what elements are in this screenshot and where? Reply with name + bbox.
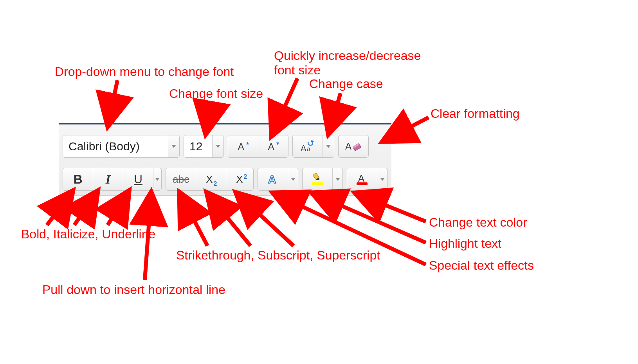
grow-font-icon: A (236, 139, 250, 153)
arrow-to-italic (74, 192, 97, 225)
font-name-dropdown[interactable] (168, 135, 179, 157)
annotation-text-color: Change text color (429, 215, 527, 230)
font-color-group: A (347, 168, 387, 191)
font-size-dropdown[interactable] (212, 135, 223, 157)
svg-text:A: A (238, 141, 245, 153)
bold-icon: B (73, 172, 82, 187)
clear-formatting-icon: A (344, 139, 363, 153)
font-color-icon: A (355, 172, 369, 186)
chevron-down-icon (326, 145, 331, 148)
svg-rect-15 (357, 182, 368, 185)
annotation-strike-sub-super: Strikethrough, Subscript, Superscript (176, 248, 380, 263)
font-toolbar: Calibri (Body) 12 A (59, 123, 391, 196)
chevron-down-icon (380, 178, 385, 181)
arrow-to-superscript (237, 193, 294, 246)
highlight-icon (310, 172, 324, 186)
superscript-icon: X2 (236, 173, 246, 186)
underline-dropdown[interactable] (153, 168, 161, 190)
svg-text:A: A (358, 173, 364, 184)
annotation-text-effects: Special text effects (429, 258, 534, 273)
svg-marker-4 (311, 140, 314, 142)
highlight-dropdown[interactable] (332, 168, 342, 190)
chevron-down-icon (171, 145, 176, 148)
superscript-n: 2 (243, 173, 247, 180)
italic-button[interactable]: I (93, 168, 123, 190)
chevron-down-icon (291, 178, 296, 181)
bold-button[interactable]: B (63, 168, 93, 190)
toolbar-row-2: B I U abc X2 (63, 168, 387, 190)
subscript-n: 2 (213, 180, 217, 187)
annotation-highlight: Highlight text (429, 236, 501, 251)
subscript-icon: X2 (206, 173, 216, 186)
svg-text:A: A (345, 141, 351, 151)
italic-icon: I (106, 172, 110, 187)
svg-text:A: A (268, 141, 275, 153)
strike-sub-super-group: abc X2 X2 (166, 168, 254, 191)
text-effects-button[interactable]: A (258, 168, 288, 190)
arrow-to-font-color (356, 193, 426, 222)
toolbar-row-1: Calibri (Body) 12 A (63, 135, 387, 157)
arrow-to-bold (47, 192, 72, 225)
subscript-button[interactable]: X2 (196, 168, 226, 190)
change-case-button[interactable]: A a (293, 135, 323, 157)
highlight-button[interactable] (303, 168, 332, 190)
annotation-font-dropdown: Drop-down menu to change font (55, 65, 234, 79)
svg-marker-1 (246, 142, 249, 144)
font-size-value: 12 (184, 135, 212, 157)
diagram-stage: Drop-down menu to change font Change fon… (0, 0, 638, 364)
chevron-down-icon (155, 178, 160, 181)
svg-text:A: A (301, 143, 306, 153)
superscript-x: X (236, 173, 243, 185)
underline-button[interactable]: U (123, 168, 153, 190)
arrow-to-strikethrough (180, 193, 207, 246)
annotation-bold-italic-underline: Bold, Italicize, Underline (21, 227, 155, 241)
text-effects-icon: A (266, 172, 280, 186)
highlight-group (302, 168, 343, 191)
chevron-down-icon (216, 145, 220, 148)
annotation-change-case: Change case (309, 77, 383, 91)
arrow-to-highlight (313, 193, 426, 243)
underline-icon: U (134, 173, 142, 186)
superscript-button[interactable]: X2 (226, 168, 254, 190)
change-case-group: A a (292, 135, 334, 158)
text-effects-dropdown[interactable] (288, 168, 298, 190)
arrow-to-subscript (207, 193, 251, 246)
svg-text:a: a (307, 146, 310, 152)
arrow-to-underline (108, 192, 128, 225)
strikethrough-button[interactable]: abc (166, 168, 196, 190)
annotation-horizontal-line: Pull down to insert horizontal line (42, 283, 225, 297)
change-case-icon: A a (299, 139, 316, 153)
bold-italic-underline-group: B I U (63, 168, 162, 191)
shrink-font-button[interactable]: A (258, 135, 288, 157)
font-name-combo[interactable]: Calibri (Body) (63, 135, 180, 158)
svg-rect-13 (312, 182, 323, 185)
text-effects-group: A (258, 168, 298, 191)
clear-formatting-group: A (338, 135, 369, 158)
annotation-clear-formatting: Clear formatting (431, 106, 520, 121)
font-color-dropdown[interactable] (377, 168, 387, 190)
grow-font-button[interactable]: A (228, 135, 258, 157)
strikethrough-icon: abc (173, 173, 189, 186)
font-color-button[interactable]: A (347, 168, 377, 190)
annotation-grow-shrink: Quickly increase/decrease font size (274, 49, 421, 77)
svg-marker-3 (276, 142, 279, 145)
grow-shrink-group: A A (228, 135, 288, 158)
font-size-combo[interactable]: 12 (184, 135, 224, 158)
chevron-down-icon (335, 178, 340, 181)
shrink-font-icon: A (266, 139, 280, 153)
annotation-font-size: Change font size (169, 86, 263, 101)
clear-formatting-button[interactable]: A (339, 135, 368, 157)
arrow-to-font-dropdown (108, 80, 117, 125)
subscript-x: X (206, 173, 213, 185)
svg-text:A: A (268, 173, 276, 186)
font-name-value: Calibri (Body) (63, 135, 168, 157)
change-case-dropdown[interactable] (323, 135, 334, 157)
